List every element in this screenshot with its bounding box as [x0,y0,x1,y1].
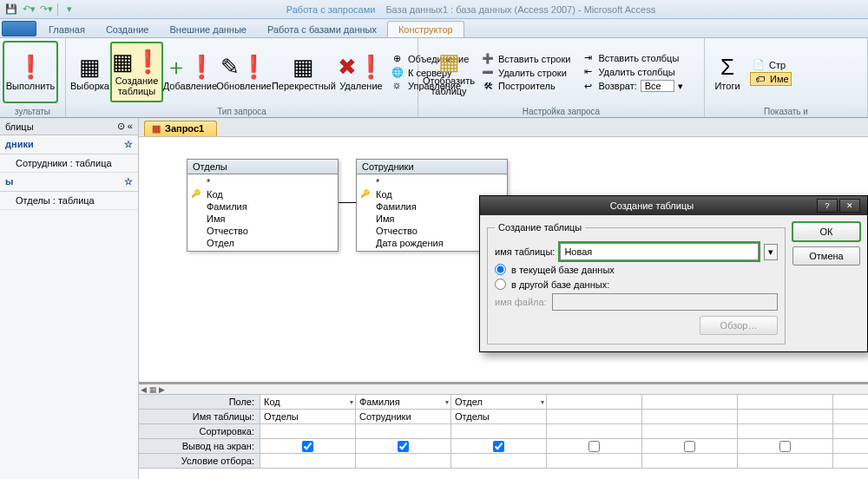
field-cell[interactable] [738,395,833,410]
show-checkbox[interactable] [642,439,738,454]
show-checkbox[interactable] [451,439,547,454]
show-table-button[interactable]: ▦Отобразить таблицу [422,42,476,102]
nav-group-2[interactable]: ы☆ [0,173,138,192]
append-query-button[interactable]: ＋❗Добавление [163,42,217,102]
criteria-cell[interactable] [451,454,547,469]
show-checkbox[interactable] [547,439,642,454]
title-bar: 💾 ↶▾ ↷▾ ▾ Работа с запросами База данных… [0,0,868,19]
field-star[interactable]: * [191,176,334,188]
nav-item-sotrudniki[interactable]: Сотрудники : таблица [0,154,138,173]
table-cell[interactable]: Отделы [260,410,356,424]
delete-query-button[interactable]: ✖❗Удаление [337,42,385,102]
field-star[interactable]: * [360,176,503,188]
ok-button[interactable]: ОК [792,222,860,241]
sort-cell[interactable] [642,424,738,439]
qat-customize-icon[interactable]: ▾ [62,3,77,16]
insert-rows-icon: ➕ [481,53,495,64]
undo-icon[interactable]: ↶▾ [21,3,36,16]
table-cell[interactable] [833,410,868,424]
criteria-cell[interactable] [260,454,356,469]
params-a-button[interactable]: 📄Стр [750,58,792,71]
sort-cell[interactable] [260,424,356,439]
doc-tab-query1[interactable]: ▦ Запрос1 [144,121,217,136]
field-cell[interactable]: Код [260,395,356,410]
chevron-down-icon[interactable]: ▾ [764,244,778,260]
table-title[interactable]: Сотрудники [357,160,507,174]
nav-item-otdely[interactable]: Отделы : таблица [0,192,138,210]
show-checkbox[interactable] [833,439,868,454]
row-show-label: Вывод на экран: [139,439,260,454]
tab-home[interactable]: Главная [38,22,95,37]
criteria-cell[interactable] [738,454,833,469]
field-otdel[interactable]: Отдел [191,237,334,249]
show-checkbox[interactable] [260,439,356,454]
dialog-titlebar[interactable]: Создание таблицы ? ✕ [480,196,867,215]
close-icon[interactable]: ✕ [839,199,860,213]
redo-icon[interactable]: ↷▾ [38,3,54,16]
nav-header[interactable]: блицы ⊙ « [0,118,138,135]
criteria-cell[interactable] [356,454,451,469]
relationship-line[interactable] [339,202,356,203]
table-cell[interactable] [547,410,642,424]
field-cell[interactable] [642,395,738,410]
field-familia[interactable]: Фамилия [191,200,334,213]
insert-columns-button[interactable]: ⇥Вставить столбцы [579,51,684,64]
select-query-button[interactable]: ▦Выборка [69,42,110,102]
delete-rows-icon: ➖ [481,67,495,78]
run-button[interactable]: ❗ Выполнить [3,42,57,102]
nav-group-1[interactable]: дники☆ [0,135,138,154]
ribbon-tabs: Главная Создание Внешние данные Работа с… [0,19,868,38]
criteria-cell[interactable] [547,454,642,469]
show-checkbox[interactable] [738,439,833,454]
sort-cell[interactable] [356,424,451,439]
make-table-query-button[interactable]: ▦❗Создание таблицы [110,42,163,102]
navigation-pane: блицы ⊙ « дники☆ Сотрудники : таблица ы☆… [0,118,139,479]
tab-database-tools[interactable]: Работа с базами данных [257,22,387,37]
field-cell[interactable]: Отдел [451,395,547,410]
other-db-radio[interactable] [495,279,506,290]
table-cell[interactable]: Отделы [451,410,547,424]
sort-cell[interactable] [547,424,642,439]
sigma-icon: Σ [720,53,734,81]
field-imya[interactable]: Имя [191,213,334,225]
tab-external-data[interactable]: Внешние данные [160,22,257,37]
sort-cell[interactable] [451,424,547,439]
table-cell[interactable] [642,410,738,424]
table-cell[interactable] [738,410,833,424]
insert-rows-button[interactable]: ➕Вставить строки [479,52,572,65]
show-checkbox[interactable] [356,439,451,454]
tab-design[interactable]: Конструктор [387,21,464,37]
sort-cell[interactable] [833,424,868,439]
grid-splitter[interactable]: ◀ ▦ ▶ [139,384,868,395]
table-title[interactable]: Отделы [187,160,338,174]
totals-button[interactable]: ΣИтоги [708,42,746,102]
current-db-radio[interactable] [495,264,506,275]
params-b-button[interactable]: 🏷Име [750,72,792,86]
save-icon[interactable]: 💾 [3,3,19,16]
update-query-button[interactable]: ✎❗Обновление [217,42,271,102]
cancel-button[interactable]: Отмена [792,246,860,266]
builder-button[interactable]: 🛠Построитель [479,80,572,92]
sort-cell[interactable] [738,424,833,439]
crosstab-query-button[interactable]: ▦Перекрестный [271,42,337,102]
delete-columns-button[interactable]: ⇤Удалить столбцы [579,65,684,78]
table-name-input[interactable] [560,243,759,260]
table-box-otdely[interactable]: Отделы * Код Фамилия Имя Отчество Отдел [187,159,339,252]
help-icon[interactable]: ? [817,199,838,213]
criteria-cell[interactable] [833,454,868,469]
update-icon: ✎❗ [220,53,267,81]
return-combo[interactable]: ↩Возврат: Все▾ [579,79,684,93]
table-cell[interactable]: Сотрудники [356,410,451,424]
field-cell[interactable]: Фамилия [356,395,451,410]
passthrough-icon: 🌐 [391,67,404,78]
file-menu-button[interactable] [2,21,36,36]
delete-rows-button[interactable]: ➖Удалить строки [479,66,572,79]
contextual-tab-label: Работа с запросами [286,4,376,15]
tab-create[interactable]: Создание [95,22,160,37]
field-kod[interactable]: Код [191,188,334,200]
field-cell[interactable] [547,395,642,410]
criteria-cell[interactable] [642,454,738,469]
chevron-down-icon[interactable]: ⊙ « [117,121,133,132]
field-cell[interactable] [833,395,868,410]
field-otchestvo[interactable]: Отчество [191,225,334,237]
